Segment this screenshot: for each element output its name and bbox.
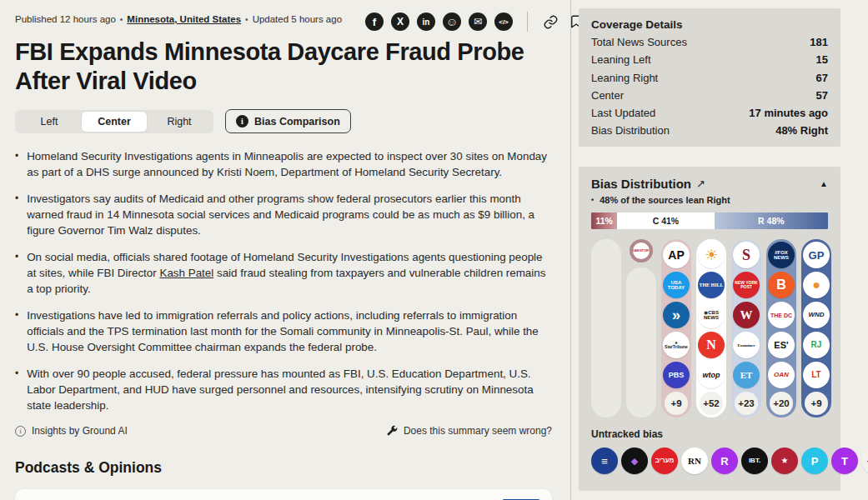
more-untracked-icon[interactable]: +33 xyxy=(861,448,868,474)
more-sources-count[interactable]: +23 xyxy=(735,392,758,415)
bias-column-pill-left xyxy=(626,268,656,418)
star-tribune-icon[interactable]: ★ StarTribune xyxy=(663,332,690,358)
rn-source-icon[interactable]: RN xyxy=(681,448,708,474)
bias-bar-segment-right[interactable]: R 48% xyxy=(715,212,828,229)
summary-bullet: • Investigations have led to immigration… xyxy=(15,308,552,355)
the-hill-icon[interactable]: THE HILL xyxy=(698,272,725,298)
bias-bar-segment-left[interactable]: 11% xyxy=(591,212,617,229)
coverage-details-title: Coverage Details xyxy=(591,18,828,31)
coverage-row: Last Updated 17 minutes ago xyxy=(591,102,828,119)
more-sources-count[interactable]: +9 xyxy=(805,392,828,415)
sunburst-source-icon[interactable]: ☀ xyxy=(698,242,725,268)
es-source-icon[interactable]: ES' xyxy=(768,332,795,358)
bullet-marker: • xyxy=(15,366,18,413)
facebook-share-icon[interactable]: f xyxy=(365,12,384,31)
bird-source-icon[interactable]: ● xyxy=(803,272,830,298)
wtop-icon[interactable]: wtop xyxy=(698,362,725,388)
bias-distribution-bar: 11%C 41%R 48% xyxy=(591,212,828,229)
bias-column-center: ☀THE HILL◉CBS NEWSNwtop+52 xyxy=(696,239,726,418)
bias-column-pill-far-right: GP●WNDRJLT+9 xyxy=(801,239,831,418)
insights-attribution: i Insights by Ground AI xyxy=(15,425,128,437)
epoch-et-icon[interactable]: ET xyxy=(733,362,760,388)
pbs-icon[interactable]: PBS xyxy=(663,362,690,388)
bias-column-right: //FOX NEWSBTHE DCES'OAN+20 xyxy=(766,239,796,418)
kash-patel-link[interactable]: Kash Patel xyxy=(159,267,213,279)
bias-column-lean-left: APUSA TODAY»★ StarTribunePBS+9 xyxy=(661,239,691,418)
x-twitter-share-icon[interactable]: X xyxy=(391,12,409,31)
bullet-marker: • xyxy=(15,308,18,355)
wrench-icon xyxy=(386,425,398,437)
external-link-arrow-icon: ↗ xyxy=(696,178,705,190)
breitbart-icon[interactable]: B xyxy=(768,272,795,298)
flag-source-icon[interactable]: ★ xyxy=(771,448,798,474)
summary-feedback-button[interactable]: Does this summary seem wrong? xyxy=(386,425,552,437)
fox-news-icon[interactable]: //FOX NEWS xyxy=(768,242,795,268)
summary-bullets: • Homeland Security Investigations agent… xyxy=(15,148,552,413)
coverage-row: Total News Sources 181 xyxy=(591,31,828,48)
tab-left[interactable]: Left xyxy=(17,112,82,132)
washington-times-icon[interactable]: W xyxy=(733,302,760,328)
daily-caller-icon[interactable]: THE DC xyxy=(768,302,795,328)
coverage-row: Leaning Left 15 xyxy=(591,48,828,66)
email-share-icon[interactable]: ✉ xyxy=(469,12,487,31)
ibt-icon[interactable]: IBT. xyxy=(741,448,768,474)
oan-icon[interactable]: OAN xyxy=(768,362,795,388)
tab-center[interactable]: Center xyxy=(82,112,147,132)
newsweek-icon[interactable]: N xyxy=(698,332,725,358)
collapse-caret-icon[interactable]: ▲ xyxy=(820,179,828,188)
coverage-row: Leaning Right 67 xyxy=(591,66,828,83)
lt-repub-icon[interactable]: LT xyxy=(803,362,830,388)
content-sidebar-divider xyxy=(570,0,571,500)
bullet-marker: • xyxy=(15,191,18,238)
coverage-sidebar: Coverage Details Total News Sources 181 … xyxy=(579,0,840,491)
ap-icon[interactable]: AP xyxy=(663,242,690,268)
published-time: Published 12 hours ago xyxy=(15,14,116,24)
summary-bullet: • With over 90 people accused, federal p… xyxy=(15,366,552,413)
summary-bullet: • Investigators say audits of Medicaid a… xyxy=(15,191,552,238)
gateway-pundit-icon[interactable]: GP xyxy=(803,242,830,268)
reddit-share-icon[interactable]: ☺ xyxy=(443,12,461,31)
share-actions-row: f X in ☺ ✉ </> xyxy=(365,12,610,32)
bias-column-pill-far-left xyxy=(591,239,621,418)
usa-today-icon[interactable]: USA TODAY xyxy=(663,272,690,298)
rj-media-icon[interactable]: RJ xyxy=(803,332,830,358)
updated-time: Updated 5 hours ago xyxy=(253,14,342,24)
cbs-news-icon[interactable]: ◉CBS NEWS xyxy=(698,302,725,328)
podcast-mention-card[interactable]: Podcast Mention Right Real Coffee with S… xyxy=(15,489,552,500)
chevron-source-icon[interactable]: » xyxy=(663,302,690,328)
t-source-icon[interactable]: T xyxy=(831,448,858,474)
bias-column-pill-lean-right: SNEW YORK POSTWExaminerET+23 xyxy=(731,239,761,418)
wnd-icon[interactable]: WND xyxy=(803,302,830,328)
rawstory-icon[interactable]: RAWSTORY xyxy=(630,239,653,262)
bias-comparison-button[interactable]: i Bias Comparison xyxy=(225,109,351,133)
more-sources-count[interactable]: +9 xyxy=(665,392,688,415)
p-source-icon[interactable]: P xyxy=(801,448,828,474)
untracked-bias-label: Untracked bias xyxy=(591,428,828,440)
chinese-paper-icon[interactable]: ≡ xyxy=(591,448,618,474)
copy-link-icon[interactable] xyxy=(542,13,559,31)
bias-column-left: RAWSTORY xyxy=(626,239,656,418)
location-link[interactable]: Minnesota, United States xyxy=(127,14,241,24)
bias-column-pill-center: ☀THE HILL◉CBS NEWSNwtop+52 xyxy=(696,239,726,418)
summary-bullet: • On social media, officials shared foot… xyxy=(15,249,552,297)
linkedin-share-icon[interactable]: in xyxy=(417,12,435,31)
spectator-s-icon[interactable]: S xyxy=(733,242,760,268)
ny-post-icon[interactable]: NEW YORK POST xyxy=(733,272,760,298)
examiner-icon[interactable]: Examiner xyxy=(733,332,760,358)
maariv-icon[interactable]: מעריב xyxy=(651,448,678,474)
meta-separator: • xyxy=(120,15,123,24)
bias-column-pill-right: //FOX NEWSBTHE DCES'OAN+20 xyxy=(766,239,796,418)
more-sources-count[interactable]: +20 xyxy=(770,392,793,415)
r-source-icon[interactable]: R xyxy=(711,448,738,474)
tab-right[interactable]: Right xyxy=(147,112,212,132)
bias-column-pill-lean-left: APUSA TODAY»★ StarTribunePBS+9 xyxy=(661,239,691,418)
info-outline-icon: i xyxy=(15,426,26,437)
coverage-row: Center 57 xyxy=(591,84,828,102)
bias-distribution-title[interactable]: Bias Distribution ↗ xyxy=(591,177,705,191)
bias-tab-control: Left Center Right xyxy=(15,110,213,133)
bias-bar-segment-center[interactable]: C 41% xyxy=(617,212,714,229)
purple-black-source-icon[interactable]: ◆ xyxy=(621,448,648,474)
embed-share-icon[interactable]: </> xyxy=(494,12,513,31)
more-sources-count[interactable]: +52 xyxy=(700,392,723,415)
bullet-marker: • xyxy=(591,196,594,204)
